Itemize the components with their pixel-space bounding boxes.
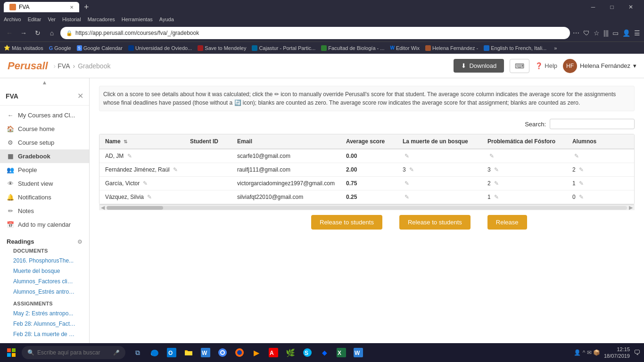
minimize-button[interactable]: ─ bbox=[584, 0, 603, 14]
assignment-item-1[interactable]: Feb 28: Alumnos_Facto... bbox=[7, 319, 83, 329]
release-btn-alumnos[interactable]: Release bbox=[487, 215, 527, 230]
file-explorer-icon[interactable] bbox=[181, 345, 196, 360]
edit-icon-fosforo-0[interactable]: ✎ bbox=[489, 153, 494, 159]
menu-historial[interactable]: Historial bbox=[62, 16, 81, 22]
document-item-2[interactable]: Alumnos_Factores clim... bbox=[7, 276, 83, 287]
edit-icon-alumnos-0[interactable]: ✎ bbox=[574, 153, 579, 159]
sidebar-close-button[interactable]: ✕ bbox=[77, 91, 83, 100]
edit-icon-fosforo-1[interactable]: ✎ bbox=[494, 166, 499, 173]
edit-icon-name-0[interactable]: ✎ bbox=[127, 153, 132, 159]
star-icon[interactable]: ☆ bbox=[594, 29, 600, 37]
release-btn-fosforo[interactable]: Release to students bbox=[399, 215, 471, 230]
firefox-icon[interactable] bbox=[232, 345, 247, 360]
menu-ayuda[interactable]: Ayuda bbox=[159, 16, 174, 22]
outlook-icon[interactable]: O bbox=[164, 345, 179, 360]
document-item-1[interactable]: Muerte del bosque bbox=[7, 266, 83, 276]
more-bookmarks[interactable]: » bbox=[554, 45, 557, 51]
edit-icon-alumnos-2[interactable]: ✎ bbox=[579, 180, 584, 187]
close-button[interactable]: ✕ bbox=[621, 0, 640, 14]
shield-icon[interactable]: 🛡 bbox=[583, 29, 590, 37]
menu-marcadores[interactable]: Marcadores bbox=[88, 16, 115, 22]
sidebar-item-notifications[interactable]: 🔔 Notifications bbox=[0, 190, 89, 204]
taskbar-search-box[interactable]: 🔍 🎤 bbox=[22, 346, 125, 359]
keyboard-shortcut-button[interactable]: ⌨ bbox=[510, 59, 529, 73]
vlc-icon[interactable]: ▶ bbox=[249, 345, 264, 360]
tab-close-button[interactable]: ✕ bbox=[70, 5, 74, 10]
menu-archivo[interactable]: Archivo bbox=[4, 16, 21, 22]
edit-icon-muerte-2[interactable]: ✎ bbox=[405, 180, 409, 187]
forward-button[interactable]: → bbox=[18, 29, 29, 37]
sidebar-item-people[interactable]: 👥 People bbox=[0, 163, 89, 177]
scroll-left-button[interactable]: ◀ bbox=[101, 205, 107, 211]
edit-icon-name-1[interactable]: ✎ bbox=[173, 166, 178, 173]
home-button[interactable]: ⌂ bbox=[46, 29, 58, 37]
edit-icon-muerte-0[interactable]: ✎ bbox=[405, 153, 409, 159]
word-icon[interactable]: W bbox=[198, 345, 213, 360]
scroll-up-arrow[interactable]: ▲ bbox=[42, 79, 48, 86]
dropbox-icon[interactable]: ◆ bbox=[317, 345, 332, 360]
word2-icon[interactable]: W bbox=[351, 345, 366, 360]
skype-icon[interactable]: S bbox=[300, 345, 315, 360]
bookmark-mendeley[interactable]: Save to Mendeley bbox=[198, 45, 246, 51]
scrollbar-track[interactable] bbox=[107, 206, 627, 210]
document-item-3[interactable]: Alumnos_Estrés antrop... bbox=[7, 287, 83, 297]
bookmark-biologia[interactable]: Facultad de Biología - ... bbox=[321, 45, 384, 51]
bookmark-mas-visitados[interactable]: ⭐ Más visitados bbox=[4, 45, 43, 51]
user-menu-button[interactable]: HF Helena Fernández ▾ bbox=[563, 59, 636, 73]
download-button[interactable]: ⬇ Download bbox=[454, 59, 504, 73]
edit-icon-alumnos-3[interactable]: ✎ bbox=[579, 194, 584, 200]
sidebar-item-my-courses[interactable]: ← My Courses and Cl... bbox=[0, 108, 89, 122]
menu-herramientas[interactable]: Herramientas bbox=[122, 16, 153, 22]
browser-tab[interactable]: FVA ✕ bbox=[4, 2, 79, 12]
reload-button[interactable]: ↻ bbox=[32, 29, 43, 37]
document-item-0[interactable]: 2016. PhosphorusThe... bbox=[7, 255, 83, 266]
menu-icon[interactable]: ☰ bbox=[634, 29, 640, 37]
sidebar-item-course-home[interactable]: 🏠 Course home bbox=[0, 122, 89, 136]
sidebar-item-notes[interactable]: ✏ Notes bbox=[0, 204, 89, 218]
edit-icon-fosforo-2[interactable]: ✎ bbox=[494, 180, 499, 187]
bookmark-gcalendar[interactable]: 5 Google Calendar bbox=[77, 45, 123, 51]
edit-icon-name-3[interactable]: ✎ bbox=[147, 194, 152, 200]
excel-icon[interactable]: X bbox=[334, 345, 349, 360]
microphone-icon[interactable]: 🎤 bbox=[113, 350, 120, 356]
edit-icon-alumnos-1[interactable]: ✎ bbox=[579, 166, 584, 173]
bookmark-helena[interactable]: Helena Fernández - bbox=[425, 45, 478, 51]
edit-icon-name-2[interactable]: ✎ bbox=[143, 180, 148, 187]
assignment-item-0[interactable]: May 2: Estrés antropo... bbox=[7, 308, 83, 319]
forest-icon[interactable]: 🌿 bbox=[283, 345, 298, 360]
address-bar[interactable]: 🔒 https://app.perusall.com/courses/fva/_… bbox=[60, 27, 570, 39]
horizontal-scrollbar[interactable]: ◀ ▶ bbox=[99, 205, 635, 210]
new-tab-button[interactable]: + bbox=[81, 2, 92, 12]
breadcrumb-fva[interactable]: FVA bbox=[58, 62, 70, 70]
start-button[interactable] bbox=[4, 346, 19, 359]
sidebar-item-calendar[interactable]: 📅 Add to my calendar bbox=[0, 218, 89, 231]
chrome-icon[interactable] bbox=[215, 345, 230, 360]
search-input[interactable] bbox=[550, 119, 635, 129]
bookmark-wix[interactable]: W Editor Wix bbox=[390, 45, 420, 51]
bookmark-oviedo[interactable]: Universidad de Oviedo... bbox=[128, 45, 192, 51]
assignment-item-2[interactable]: Feb 28: La muerte de u... bbox=[7, 329, 83, 339]
edit-icon-muerte-1[interactable]: ✎ bbox=[409, 166, 414, 173]
bookmark-english[interactable]: English to French, Itali... bbox=[484, 45, 546, 51]
perusall-logo[interactable]: Perusall bbox=[8, 60, 48, 72]
back-button[interactable]: ← bbox=[4, 29, 15, 37]
edit-icon-fosforo-3[interactable]: ✎ bbox=[494, 194, 499, 200]
help-button[interactable]: ❓ Help bbox=[535, 62, 557, 69]
acrobat-icon[interactable]: A bbox=[266, 345, 281, 360]
readings-gear-icon[interactable]: ⚙ bbox=[77, 239, 83, 245]
sidebar-item-gradebook[interactable]: ▦ Gradebook bbox=[0, 149, 89, 163]
edge-icon[interactable] bbox=[147, 345, 162, 360]
extensions-icon[interactable]: ⋯ bbox=[573, 29, 579, 37]
sidebar-item-course-setup[interactable]: ⚙ Course setup bbox=[0, 136, 89, 149]
release-btn-muerte[interactable]: Release to students bbox=[311, 215, 382, 230]
menu-ver[interactable]: Ver bbox=[48, 16, 56, 22]
sort-icon-name[interactable]: ⇅ bbox=[124, 139, 127, 144]
task-view-button[interactable]: ⧉ bbox=[130, 345, 145, 360]
synced-icon[interactable]: 👤 bbox=[622, 29, 630, 37]
bookmark-cajastur[interactable]: Cajastur - Portal Partic... bbox=[252, 45, 315, 51]
bookmark-google[interactable]: G Google bbox=[49, 45, 71, 51]
scroll-right-button[interactable]: ▶ bbox=[627, 205, 633, 211]
menu-editar[interactable]: Editar bbox=[28, 16, 41, 22]
edit-icon-muerte-3[interactable]: ✎ bbox=[405, 194, 409, 200]
notification-button[interactable]: 🗨 bbox=[634, 349, 640, 356]
